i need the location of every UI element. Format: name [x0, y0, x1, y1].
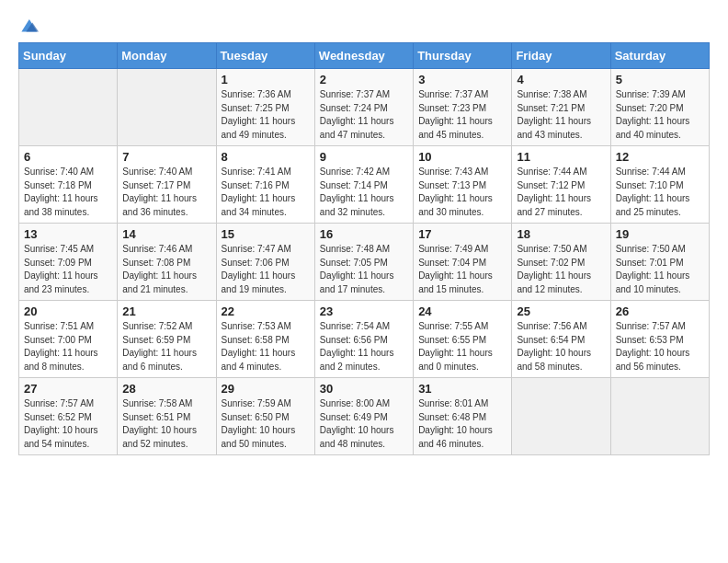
day-info: Sunrise: 7:44 AM Sunset: 7:10 PM Dayligh…	[616, 166, 704, 219]
day-info: Sunrise: 7:36 AM Sunset: 7:25 PM Dayligh…	[222, 88, 310, 142]
calendar-week-row: 27Sunrise: 7:57 AM Sunset: 6:52 PM Dayli…	[19, 378, 710, 455]
day-of-week-header: Friday	[512, 43, 610, 69]
logo-icon	[18, 15, 39, 35]
calendar-cell: 21Sunrise: 7:52 AM Sunset: 6:59 PM Dayli…	[118, 301, 216, 378]
day-number: 18	[517, 227, 605, 241]
day-number: 19	[616, 227, 704, 241]
calendar-week-row: 6Sunrise: 7:40 AM Sunset: 7:18 PM Daylig…	[19, 146, 710, 224]
day-number: 20	[24, 304, 112, 318]
calendar-cell: 6Sunrise: 7:40 AM Sunset: 7:18 PM Daylig…	[19, 146, 118, 224]
calendar-cell: 8Sunrise: 7:41 AM Sunset: 7:16 PM Daylig…	[216, 146, 314, 224]
day-info: Sunrise: 7:54 AM Sunset: 6:56 PM Dayligh…	[320, 320, 408, 373]
day-number: 4	[517, 73, 605, 86]
logo	[18, 15, 39, 35]
calendar-cell: 18Sunrise: 7:50 AM Sunset: 7:02 PM Dayli…	[512, 224, 610, 301]
day-info: Sunrise: 7:48 AM Sunset: 7:05 PM Dayligh…	[320, 243, 408, 296]
day-number: 24	[418, 304, 506, 318]
calendar-table: SundayMondayTuesdayWednesdayThursdayFrid…	[18, 42, 710, 455]
day-info: Sunrise: 7:52 AM Sunset: 6:59 PM Dayligh…	[122, 320, 210, 373]
day-info: Sunrise: 7:57 AM Sunset: 6:53 PM Dayligh…	[616, 320, 704, 373]
calendar-cell: 2Sunrise: 7:37 AM Sunset: 7:24 PM Daylig…	[314, 69, 413, 146]
day-number: 28	[122, 382, 210, 396]
calendar-cell	[118, 69, 216, 146]
calendar-cell: 17Sunrise: 7:49 AM Sunset: 7:04 PM Dayli…	[414, 224, 512, 301]
day-number: 10	[418, 150, 506, 164]
day-of-week-header: Sunday	[19, 43, 118, 69]
calendar-cell: 16Sunrise: 7:48 AM Sunset: 7:05 PM Dayli…	[314, 224, 413, 301]
day-info: Sunrise: 7:37 AM Sunset: 7:23 PM Dayligh…	[418, 88, 506, 142]
day-info: Sunrise: 7:37 AM Sunset: 7:24 PM Dayligh…	[320, 88, 408, 142]
calendar-cell: 9Sunrise: 7:42 AM Sunset: 7:14 PM Daylig…	[314, 146, 413, 224]
day-number: 15	[222, 227, 310, 241]
day-number: 27	[24, 382, 112, 396]
day-of-week-header: Thursday	[414, 43, 512, 69]
day-info: Sunrise: 7:51 AM Sunset: 7:00 PM Dayligh…	[24, 320, 112, 373]
day-info: Sunrise: 7:53 AM Sunset: 6:58 PM Dayligh…	[222, 320, 310, 373]
calendar-cell: 14Sunrise: 7:46 AM Sunset: 7:08 PM Dayli…	[118, 224, 216, 301]
calendar-cell: 19Sunrise: 7:50 AM Sunset: 7:01 PM Dayli…	[610, 224, 709, 301]
day-of-week-header: Saturday	[610, 43, 709, 69]
calendar-cell: 24Sunrise: 7:55 AM Sunset: 6:55 PM Dayli…	[414, 301, 512, 378]
day-info: Sunrise: 7:44 AM Sunset: 7:12 PM Dayligh…	[517, 166, 605, 219]
day-info: Sunrise: 8:00 AM Sunset: 6:49 PM Dayligh…	[320, 397, 408, 451]
calendar-cell: 7Sunrise: 7:40 AM Sunset: 7:17 PM Daylig…	[118, 146, 216, 224]
calendar-cell: 22Sunrise: 7:53 AM Sunset: 6:58 PM Dayli…	[216, 301, 314, 378]
day-info: Sunrise: 7:41 AM Sunset: 7:16 PM Dayligh…	[222, 166, 310, 219]
day-info: Sunrise: 7:45 AM Sunset: 7:09 PM Dayligh…	[24, 243, 112, 296]
days-header-row: SundayMondayTuesdayWednesdayThursdayFrid…	[19, 43, 710, 69]
day-number: 21	[122, 304, 210, 318]
day-info: Sunrise: 7:59 AM Sunset: 6:50 PM Dayligh…	[222, 397, 310, 451]
day-number: 2	[320, 73, 408, 86]
calendar-cell	[19, 69, 118, 146]
calendar-week-row: 1Sunrise: 7:36 AM Sunset: 7:25 PM Daylig…	[19, 69, 710, 146]
day-number: 17	[418, 227, 506, 241]
day-number: 8	[222, 150, 310, 164]
day-of-week-header: Tuesday	[216, 43, 314, 69]
day-number: 6	[24, 150, 112, 164]
day-number: 31	[418, 382, 506, 396]
day-info: Sunrise: 7:40 AM Sunset: 7:18 PM Dayligh…	[24, 166, 112, 219]
calendar-cell: 11Sunrise: 7:44 AM Sunset: 7:12 PM Dayli…	[512, 146, 610, 224]
calendar-week-row: 13Sunrise: 7:45 AM Sunset: 7:09 PM Dayli…	[19, 224, 710, 301]
calendar-cell: 10Sunrise: 7:43 AM Sunset: 7:13 PM Dayli…	[414, 146, 512, 224]
day-number: 23	[320, 304, 408, 318]
day-number: 3	[418, 73, 506, 86]
day-number: 16	[320, 227, 408, 241]
day-info: Sunrise: 7:38 AM Sunset: 7:21 PM Dayligh…	[517, 88, 605, 142]
day-info: Sunrise: 7:55 AM Sunset: 6:55 PM Dayligh…	[418, 320, 506, 373]
day-number: 26	[616, 304, 704, 318]
day-number: 14	[122, 227, 210, 241]
calendar-cell: 4Sunrise: 7:38 AM Sunset: 7:21 PM Daylig…	[512, 69, 610, 146]
calendar-cell: 29Sunrise: 7:59 AM Sunset: 6:50 PM Dayli…	[216, 378, 314, 455]
calendar-cell: 3Sunrise: 7:37 AM Sunset: 7:23 PM Daylig…	[414, 69, 512, 146]
calendar-cell	[512, 378, 610, 455]
calendar-cell: 28Sunrise: 7:58 AM Sunset: 6:51 PM Dayli…	[118, 378, 216, 455]
day-info: Sunrise: 7:50 AM Sunset: 7:01 PM Dayligh…	[616, 243, 704, 296]
calendar-cell: 23Sunrise: 7:54 AM Sunset: 6:56 PM Dayli…	[314, 301, 413, 378]
calendar-cell: 27Sunrise: 7:57 AM Sunset: 6:52 PM Dayli…	[19, 378, 118, 455]
day-info: Sunrise: 8:01 AM Sunset: 6:48 PM Dayligh…	[418, 397, 506, 451]
day-number: 13	[24, 227, 112, 241]
day-info: Sunrise: 7:47 AM Sunset: 7:06 PM Dayligh…	[222, 243, 310, 296]
day-number: 29	[222, 382, 310, 396]
day-number: 12	[616, 150, 704, 164]
day-info: Sunrise: 7:49 AM Sunset: 7:04 PM Dayligh…	[418, 243, 506, 296]
day-number: 7	[122, 150, 210, 164]
day-info: Sunrise: 7:50 AM Sunset: 7:02 PM Dayligh…	[517, 243, 605, 296]
calendar-cell: 31Sunrise: 8:01 AM Sunset: 6:48 PM Dayli…	[414, 378, 512, 455]
day-info: Sunrise: 7:46 AM Sunset: 7:08 PM Dayligh…	[122, 243, 210, 296]
day-of-week-header: Wednesday	[314, 43, 413, 69]
calendar-cell: 15Sunrise: 7:47 AM Sunset: 7:06 PM Dayli…	[216, 224, 314, 301]
calendar-cell: 25Sunrise: 7:56 AM Sunset: 6:54 PM Dayli…	[512, 301, 610, 378]
day-info: Sunrise: 7:39 AM Sunset: 7:20 PM Dayligh…	[616, 88, 704, 142]
day-number: 11	[517, 150, 605, 164]
day-info: Sunrise: 7:57 AM Sunset: 6:52 PM Dayligh…	[24, 397, 112, 451]
header	[18, 15, 710, 35]
calendar-cell	[610, 378, 709, 455]
day-info: Sunrise: 7:42 AM Sunset: 7:14 PM Dayligh…	[320, 166, 408, 219]
day-info: Sunrise: 7:43 AM Sunset: 7:13 PM Dayligh…	[418, 166, 506, 219]
calendar-cell: 26Sunrise: 7:57 AM Sunset: 6:53 PM Dayli…	[610, 301, 709, 378]
day-of-week-header: Monday	[118, 43, 216, 69]
day-info: Sunrise: 7:56 AM Sunset: 6:54 PM Dayligh…	[517, 320, 605, 373]
calendar-cell: 13Sunrise: 7:45 AM Sunset: 7:09 PM Dayli…	[19, 224, 118, 301]
